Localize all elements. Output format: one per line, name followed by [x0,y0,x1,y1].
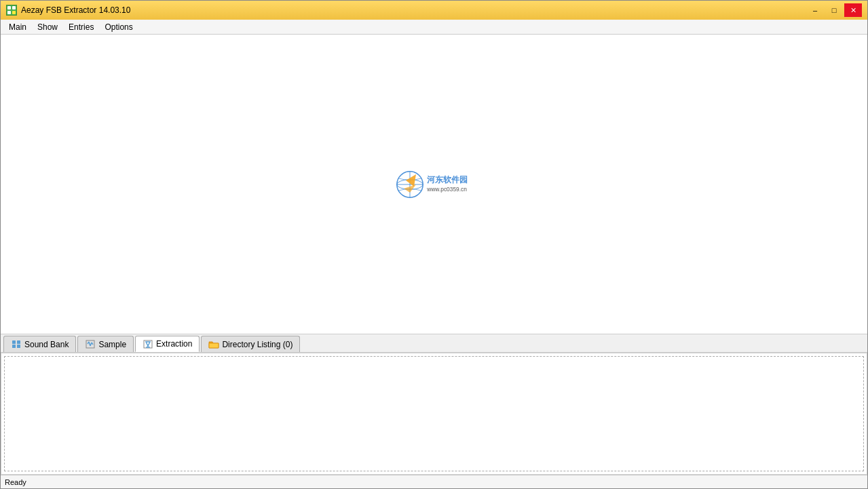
minimize-button[interactable]: – [806,3,824,17]
status-bar: Ready [1,475,867,488]
menu-bar: Main Show Entries Options [1,20,867,35]
menu-show[interactable]: Show [32,21,63,33]
tab-sound-bank-label: Sound Bank [24,340,69,349]
svg-line-18 [92,343,93,345]
svg-rect-0 [7,6,11,9]
menu-entries[interactable]: Entries [63,21,99,33]
svg-point-5 [396,179,422,189]
sample-icon [85,340,96,349]
svg-rect-11 [17,340,20,344]
tab-directory-listing[interactable]: Directory Listing (0) [201,336,300,352]
watermark-logo: 河东软件园 www.pc0359.cn [394,157,475,212]
tab-extraction[interactable]: Extraction [135,336,200,352]
menu-main[interactable]: Main [3,21,32,33]
close-button[interactable]: ✕ [844,3,862,17]
svg-rect-23 [209,343,219,348]
app-icon [6,5,17,16]
bottom-panel [1,353,867,475]
content-wrapper: 河东软件园 www.pc0359.cn Sound Bank [1,35,867,475]
title-text: Aezay FSB Extractor 14.03.10 [21,5,130,15]
grid-icon [11,340,22,349]
tab-sample[interactable]: Sample [77,336,134,352]
folder-icon [208,340,219,349]
title-bar-left: Aezay FSB Extractor 14.03.10 [6,5,130,16]
tab-extraction-label: Extraction [156,339,192,349]
tab-sound-bank[interactable]: Sound Bank [3,336,76,352]
svg-rect-12 [12,345,16,348]
svg-rect-1 [12,6,16,9]
watermark: 河东软件园 www.pc0359.cn [394,157,475,212]
tab-directory-listing-label: Directory Listing (0) [222,340,293,349]
svg-rect-2 [7,11,11,14]
menu-options[interactable]: Options [99,21,138,33]
maximize-button[interactable]: □ [825,3,843,17]
svg-text:河东软件园: 河东软件园 [427,175,468,184]
title-bar: Aezay FSB Extractor 14.03.10 – □ ✕ [1,1,867,20]
svg-rect-10 [12,340,16,344]
svg-text:www.pc0359.cn: www.pc0359.cn [426,186,467,193]
svg-point-4 [396,171,422,197]
bottom-content [4,356,864,471]
tab-sample-label: Sample [98,340,126,349]
main-content: 河东软件园 www.pc0359.cn [1,35,867,334]
svg-rect-13 [17,345,20,348]
svg-rect-3 [12,11,16,14]
window-controls: – □ ✕ [806,3,862,17]
svg-marker-20 [146,342,150,346]
status-text: Ready [5,478,26,486]
app-window: Aezay FSB Extractor 14.03.10 – □ ✕ Main … [0,0,868,489]
tabs-container: Sound Bank Sample [1,334,867,353]
extraction-icon [143,339,153,349]
